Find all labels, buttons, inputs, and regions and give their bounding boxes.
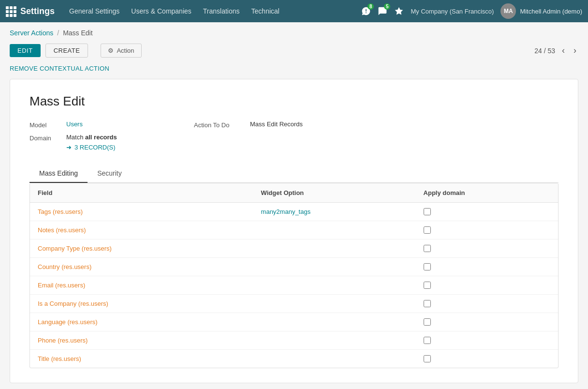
records-link[interactable]: ➜ 3 RECORD(S) [66,144,117,151]
apply-domain-cell [416,295,558,313]
domain-text: Match all records [66,134,117,141]
apply-domain-checkbox[interactable] [424,300,431,307]
apply-domain-cell [416,331,558,350]
apply-domain-cell [416,350,558,368]
apply-domain-checkbox[interactable] [424,263,431,270]
breadcrumb: Server Actions / Mass Edit [0,22,588,40]
apply-domain-cell [416,239,558,258]
app-title: Settings [20,6,55,16]
apply-domain-checkbox[interactable] [424,318,431,326]
widget-option-cell [253,239,416,258]
apply-domain-checkbox[interactable] [424,226,431,234]
field-cell: Is a Company (res.users) [30,295,253,313]
nav-general-settings[interactable]: General Settings [69,7,119,15]
nav-technical[interactable]: Technical [251,7,279,15]
action-field-group: Action To Do Mass Edit Records [194,120,303,129]
domain-label: Domain [29,134,59,142]
field-link[interactable]: Is a Company (res.users) [38,300,108,307]
widget-option-cell [253,331,416,350]
col-widget-option: Widget Option [253,183,416,203]
pagination-prev[interactable]: ‹ [560,45,567,56]
widget-value: many2many_tags [261,208,311,215]
tabs: Mass Editing Security [29,165,559,183]
field-cell: Email (res.users) [30,276,253,295]
field-cell: Country (res.users) [30,258,253,276]
action-button[interactable]: ⚙ Action [101,44,141,58]
breadcrumb-parent[interactable]: Server Actions [10,29,53,37]
apply-domain-checkbox[interactable] [424,208,431,215]
pagination-text: 24 / 53 [534,47,555,55]
breadcrumb-separator: / [57,29,59,37]
table-row: Notes (res.users) [30,221,558,239]
table-header-row: Field Widget Option Apply domain [30,183,558,203]
domain-bold: all records [85,134,117,141]
field-link[interactable]: Tags (res.users) [38,208,83,215]
apply-domain-cell [416,313,558,331]
table-row: Phone (res.users) [30,331,558,350]
apply-domain-checkbox[interactable] [424,245,431,252]
records-count: 3 RECORD(S) [74,144,116,151]
apply-domain-checkbox[interactable] [424,355,431,362]
apply-domain-checkbox[interactable] [424,337,431,344]
main-card: Mass Edit Model Users Domain Match all r… [10,79,578,383]
widget-option-cell [253,276,416,295]
create-button[interactable]: CREATE [45,44,88,58]
pagination-next[interactable]: › [572,45,578,56]
table-row: Is a Company (res.users) [30,295,558,313]
chat-icon[interactable]: 5 [378,6,387,16]
widget-option-cell [253,221,416,239]
field-link[interactable]: Title (res.users) [38,355,81,362]
record-title: Mass Edit [29,94,559,109]
widget-option-cell [253,258,416,276]
company-name: My Company (San Francisco) [411,8,494,15]
apply-domain-cell [416,258,558,276]
domain-match: Match [66,134,83,141]
field-link[interactable]: Language (res.users) [38,318,98,326]
field-cell: Language (res.users) [30,313,253,331]
user-menu[interactable]: MA Mitchell Admin (demo) [500,3,582,19]
table-row: Email (res.users) [30,276,558,295]
action-label: Action [117,47,134,54]
apply-domain-cell [416,203,558,221]
domain-value-group: Match all records ➜ 3 RECORD(S) [66,134,117,151]
apply-domain-cell [416,221,558,239]
field-link[interactable]: Notes (res.users) [38,226,86,234]
remove-contextual-action-link[interactable]: REMOVE CONTEXTUAL ACTION [10,65,109,72]
table-row: Tags (res.users)many2many_tags [30,203,558,221]
tab-mass-editing[interactable]: Mass Editing [29,165,88,183]
field-cell: Company Type (res.users) [30,239,253,258]
tab-security-label: Security [97,169,122,177]
grid-icon[interactable] [6,6,15,16]
field-link[interactable]: Email (res.users) [38,282,85,289]
widget-option-cell: many2many_tags [253,203,416,221]
table-row: Company Type (res.users) [30,239,558,258]
field-cell: Phone (res.users) [30,331,253,350]
widget-option-cell [253,313,416,331]
toolbar: EDIT CREATE ⚙ Action 24 / 53 ‹ › [0,40,588,61]
field-link[interactable]: Country (res.users) [38,263,91,270]
field-link[interactable]: Phone (res.users) [38,337,88,344]
star-icon[interactable] [394,6,404,16]
pagination: 24 / 53 ‹ › [534,45,578,56]
messages-icon[interactable]: 8 [361,6,371,16]
model-value[interactable]: Users [66,120,83,128]
model-label: Model [29,120,59,129]
user-avatar: MA [500,3,516,19]
gear-icon: ⚙ [108,47,114,54]
tab-security[interactable]: Security [88,165,132,183]
nav-users-companies[interactable]: Users & Companies [131,7,191,15]
chat-badge: 5 [384,3,391,10]
edit-button[interactable]: EDIT [10,44,41,57]
app-brand[interactable]: Settings [6,6,55,16]
field-cell: Tags (res.users) [30,203,253,221]
widget-option-cell [253,350,416,368]
arrow-icon: ➜ [66,144,72,151]
field-link[interactable]: Company Type (res.users) [38,245,112,252]
col-field: Field [30,183,253,203]
apply-domain-checkbox[interactable] [424,282,431,289]
tab-content: Field Widget Option Apply domain Tags (r… [29,183,559,368]
topnav-right: 8 5 My Company (San Francisco) MA Mitche… [361,3,582,19]
user-name: Mitchell Admin (demo) [520,8,582,15]
field-cell: Notes (res.users) [30,221,253,239]
nav-translations[interactable]: Translations [203,7,240,15]
